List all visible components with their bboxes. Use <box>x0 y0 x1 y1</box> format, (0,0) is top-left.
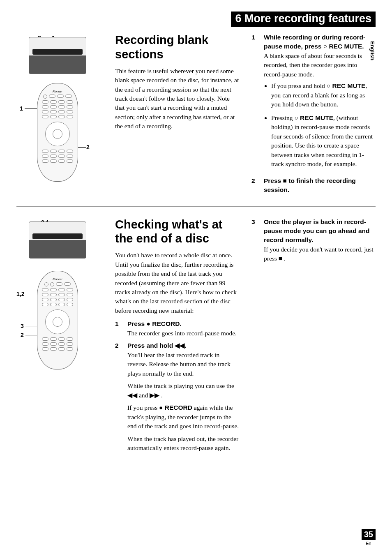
section1-intro: This feature is useful wherever you need… <box>115 67 239 131</box>
s2-step2-p2: While the track is playing you can use t… <box>127 381 239 400</box>
s1-bullet1: If you press and hold ○ REC MUTE, you ca… <box>271 81 376 109</box>
page-lang: En <box>362 541 376 546</box>
section-recording-blank: 2 1 1 2 Pioneer <box>16 33 376 207</box>
section1-heading: Recording blank sections <box>115 33 239 62</box>
illustration-col: 2 1 1,2 3 2 Pioneer <box>16 217 99 456</box>
rec-mute-icon: ○ <box>323 43 327 50</box>
remote-callout-12: 1,2 <box>16 291 24 297</box>
step-number: 1 <box>115 319 127 338</box>
s2-step1-head: Press ● RECORD. <box>127 319 239 328</box>
step-number: 3 <box>251 217 264 263</box>
s2-step2-head: Press and hold ◀◀. <box>127 341 239 350</box>
remote-callout-2: 2 <box>86 144 90 150</box>
s1-step1-body: A blank space of about four seconds is r… <box>264 51 376 79</box>
s2-step2-p3: If you press ● RECORD again while the tr… <box>127 403 239 431</box>
s1-bullet2: Pressing ○ REC MUTE, (without holding) i… <box>271 113 376 169</box>
step-number: 2 <box>115 341 127 452</box>
section2-steps-right: 3 Once the player is back in record-paus… <box>247 217 376 456</box>
step-number: 1 <box>251 33 264 173</box>
s1-step2-head-a: Press <box>264 177 283 184</box>
illustration-col: 2 1 1 2 Pioneer <box>16 33 99 198</box>
remote-illustration: Pioneer <box>37 271 78 369</box>
remote-callout-1: 1 <box>20 105 23 112</box>
stop-icon: ■ <box>283 177 287 184</box>
section-checking-end: 2 1 1,2 3 2 Pioneer <box>16 217 376 464</box>
section1-main: Recording blank sections This feature is… <box>99 33 247 198</box>
page-number: 35 <box>362 529 376 540</box>
s2-step2-p1: You'll hear the last recorded track in r… <box>127 351 239 378</box>
device-illustration <box>29 37 86 74</box>
section2-intro: You don't have to record a whole disc at… <box>115 251 239 315</box>
section2-heading: Checking what's at the end of a disc <box>115 217 239 246</box>
remote-illustration: Pioneer <box>37 83 78 182</box>
s2-step2-p4: When the track has played out, the recor… <box>127 434 239 453</box>
section2-main: Checking what's at the end of a disc You… <box>99 217 247 456</box>
chapter-title: 6 More recording features <box>231 12 376 27</box>
device-illustration <box>29 222 86 259</box>
remote-callout-3: 3 <box>21 323 24 329</box>
section1-steps: 1 While recording or during record-pause… <box>247 33 376 198</box>
s1-step1-head-b: REC MUTE. <box>327 43 364 50</box>
remote-callout-2b: 2 <box>21 332 24 338</box>
s2-step3-body: If you decide you don't want to record, … <box>264 245 376 263</box>
step-number: 2 <box>251 176 264 195</box>
s2-step3-head: Once the player is back in record-pause … <box>264 217 376 245</box>
s2-step1-body: The recorder goes into record-pause mode… <box>127 329 239 338</box>
page-footer: 35 En <box>362 529 376 546</box>
page-content: 2 1 1 2 Pioneer <box>16 33 376 533</box>
